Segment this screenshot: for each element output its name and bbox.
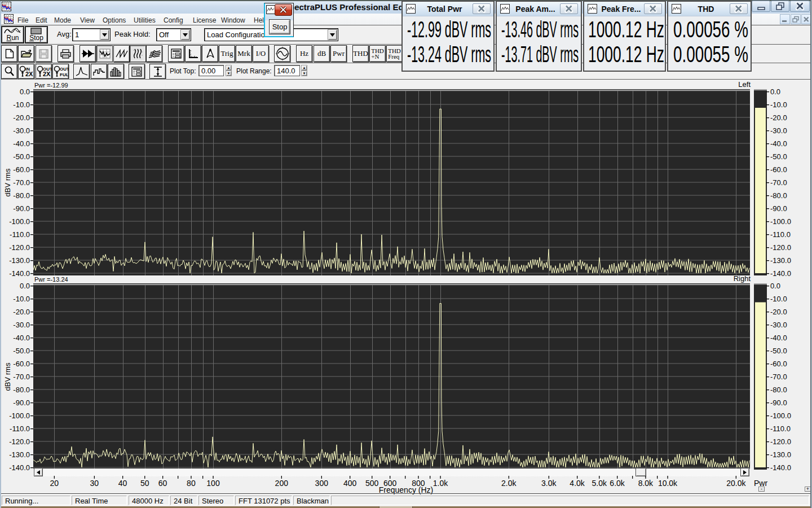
svg-text:1000.12 Hz: 1000.12 Hz [588, 42, 664, 67]
svg-text:-90.0: -90.0 [13, 398, 30, 407]
svg-text:-10.0: -10.0 [13, 295, 30, 303]
svg-text:2.0k: 2.0k [501, 479, 517, 488]
svg-text:-40.0: -40.0 [13, 139, 30, 148]
svg-text:30: 30 [90, 479, 99, 488]
svg-text:4.0k: 4.0k [570, 479, 585, 488]
svg-text:400: 400 [343, 479, 357, 488]
svg-text:-130.0: -130.0 [9, 256, 30, 265]
svg-text:0.0: 0.0 [770, 89, 780, 96]
svg-text:-20.0: -20.0 [13, 308, 30, 316]
svg-text:-50.0: -50.0 [770, 347, 787, 355]
svg-text:-70.0: -70.0 [770, 178, 787, 187]
svg-text:-30.0: -30.0 [13, 126, 30, 135]
svg-text:-90.0: -90.0 [770, 398, 787, 407]
svg-text:-90.0: -90.0 [770, 204, 787, 213]
svg-text:0.0: 0.0 [20, 283, 30, 290]
svg-text:0.00056 %: 0.00056 % [673, 17, 748, 42]
svg-text:8.0k: 8.0k [638, 479, 654, 488]
svg-text:-13.46 dBV rms: -13.46 dBV rms [501, 17, 579, 42]
svg-text:20: 20 [50, 479, 59, 488]
svg-text:-30.0: -30.0 [770, 126, 787, 135]
svg-text:-110.0: -110.0 [10, 424, 30, 433]
svg-text:-10.0: -10.0 [13, 100, 30, 109]
svg-text:-110.0: -110.0 [770, 230, 791, 239]
svg-text:-130.0: -130.0 [9, 450, 30, 459]
svg-text:-90.0: -90.0 [13, 204, 30, 213]
svg-text:OUT: OUT [60, 67, 68, 72]
svg-text:-140.0: -140.0 [770, 269, 791, 277]
svg-text:-40.0: -40.0 [770, 334, 787, 342]
svg-text:-120.0: -120.0 [9, 437, 30, 446]
svg-text:-80.0: -80.0 [770, 386, 787, 394]
svg-text:0.00055 %: 0.00055 % [673, 42, 748, 67]
svg-text:2X: 2X [25, 71, 33, 77]
svg-text:-60.0: -60.0 [770, 360, 787, 368]
svg-text:-70.0: -70.0 [13, 373, 30, 381]
svg-text:-100.0: -100.0 [9, 217, 30, 226]
svg-text:80: 80 [187, 479, 196, 488]
svg-text:-120.0: -120.0 [770, 243, 791, 252]
svg-text:-130.0: -130.0 [770, 256, 791, 265]
svg-text:-80.0: -80.0 [13, 191, 30, 200]
svg-text:50: 50 [140, 479, 149, 488]
svg-text:-50.0: -50.0 [13, 347, 30, 355]
svg-text:-110.0: -110.0 [10, 230, 30, 239]
svg-text:-20.0: -20.0 [770, 308, 787, 316]
svg-text:-12.99 dBV rms: -12.99 dBV rms [407, 17, 491, 42]
svg-text:-40.0: -40.0 [770, 139, 787, 148]
svg-text:FULL: FULL [60, 72, 68, 77]
svg-text:-60.0: -60.0 [13, 165, 30, 174]
svg-text:2X: 2X [43, 71, 51, 77]
svg-text:-40.0: -40.0 [13, 334, 30, 342]
svg-text:-30.0: -30.0 [13, 321, 30, 329]
svg-text:-120.0: -120.0 [770, 437, 791, 446]
svg-text:-10.0: -10.0 [770, 295, 787, 303]
svg-text:-13.24 dBV rms: -13.24 dBV rms [407, 42, 491, 67]
svg-text:60: 60 [158, 479, 167, 488]
svg-text:-60.0: -60.0 [13, 360, 30, 368]
svg-text:1000.12 Hz: 1000.12 Hz [588, 17, 664, 42]
svg-text:6.0k: 6.0k [610, 479, 625, 488]
svg-text:-130.0: -130.0 [770, 450, 791, 459]
svg-text:10.0k: 10.0k [658, 479, 678, 488]
svg-text:-30.0: -30.0 [770, 321, 787, 329]
svg-text:-140.0: -140.0 [9, 269, 30, 277]
svg-text:-100.0: -100.0 [9, 411, 30, 420]
svg-text:100: 100 [206, 479, 220, 488]
svg-text:-10.0: -10.0 [770, 100, 787, 109]
svg-text:-20.0: -20.0 [770, 113, 787, 122]
svg-text:-140.0: -140.0 [770, 463, 791, 471]
svg-text:-70.0: -70.0 [13, 178, 30, 187]
svg-text:3.0k: 3.0k [541, 479, 557, 488]
svg-text:-70.0: -70.0 [770, 373, 787, 381]
svg-text:-50.0: -50.0 [13, 152, 30, 161]
svg-text:5.0k: 5.0k [592, 479, 607, 488]
svg-text:40: 40 [118, 479, 127, 488]
svg-text:-50.0: -50.0 [770, 152, 787, 161]
svg-text:-100.0: -100.0 [770, 411, 791, 420]
svg-text:300: 300 [315, 479, 329, 488]
svg-text:0.0: 0.0 [20, 89, 30, 96]
svg-text:-120.0: -120.0 [9, 243, 30, 252]
svg-text:-110.0: -110.0 [770, 424, 791, 433]
svg-text:-140.0: -140.0 [9, 463, 30, 471]
svg-text:-60.0: -60.0 [770, 165, 787, 174]
svg-text:-80.0: -80.0 [770, 191, 787, 200]
svg-text:-13.71 dBV rms: -13.71 dBV rms [501, 42, 579, 67]
svg-text:-100.0: -100.0 [770, 217, 791, 226]
svg-text:20.0k: 20.0k [726, 479, 746, 488]
svg-text:0.0: 0.0 [770, 283, 780, 290]
svg-text:-20.0: -20.0 [13, 113, 30, 122]
svg-text:200: 200 [275, 479, 289, 488]
svg-text:-80.0: -80.0 [13, 386, 30, 394]
